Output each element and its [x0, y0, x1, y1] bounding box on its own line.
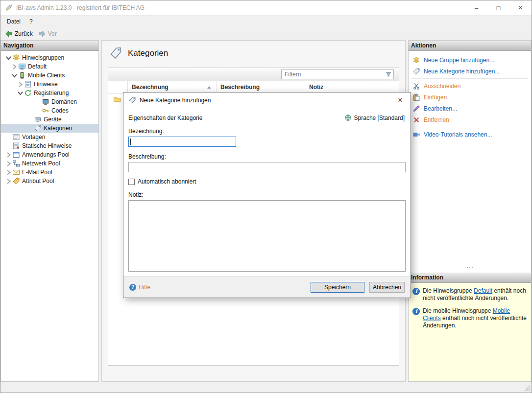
domain-monitor-icon	[42, 98, 49, 106]
tag-icon	[34, 124, 42, 132]
mobile-icon	[18, 71, 26, 79]
nav-item-geraete[interactable]: Geräte	[1, 115, 98, 124]
bezeichnung-label: Bezeichnung:	[128, 128, 405, 135]
notiz-textarea[interactable]	[128, 200, 406, 272]
column-header-notiz[interactable]: Notiz	[305, 81, 399, 93]
beschreibung-input[interactable]	[128, 162, 406, 172]
network-icon	[12, 160, 20, 167]
close-button[interactable]: ×	[509, 0, 532, 15]
action-neue-gruppe-hinzufuegen[interactable]: Neue Gruppe hinzufügen...	[409, 54, 531, 66]
chevron-down-icon[interactable]	[5, 54, 12, 62]
chevron-down-icon[interactable]	[17, 90, 24, 97]
column-header-bezeichnung[interactable]: Bezeichnung	[128, 81, 217, 93]
minimize-button[interactable]: –	[465, 0, 487, 15]
filter-icon[interactable]	[385, 71, 392, 78]
abonniert-checkbox-label: Automatisch abonniert	[138, 178, 196, 185]
nav-item-registrierung[interactable]: Registrierung	[1, 89, 98, 97]
resize-grip[interactable]	[524, 385, 530, 391]
nav-item-vorlagen[interactable]: Vorlagen	[1, 133, 98, 141]
default-group-link[interactable]: Default	[474, 287, 492, 294]
right-panel: Aktionen Neue Gruppe hinzufügen... Neue …	[408, 40, 532, 382]
tree-indent	[5, 142, 12, 150]
back-button[interactable]: Zurück	[3, 29, 36, 39]
tree-indent	[5, 134, 12, 141]
menubar: Datei ?	[0, 16, 532, 27]
computer-icon	[18, 63, 26, 70]
action-einfuegen[interactable]: Einfügen	[409, 92, 531, 103]
page-title: Kategorien	[128, 48, 168, 58]
filter-box	[281, 69, 394, 79]
nav-item-email-pool[interactable]: E-Mail Pool	[1, 168, 98, 177]
window-controls: – □ ×	[465, 0, 532, 15]
chevron-right-icon[interactable]	[17, 81, 24, 88]
dialog-close-button[interactable]: ×	[395, 96, 406, 105]
information-body: i Die Hinweisgruppe Default enthält noch…	[409, 283, 531, 381]
filter-input[interactable]	[281, 69, 394, 79]
action-entfernen[interactable]: Entfernen	[409, 114, 531, 125]
info-icon: i	[412, 288, 420, 295]
pencil-icon	[412, 105, 420, 113]
chevron-down-icon[interactable]	[11, 72, 18, 79]
key-icon	[42, 107, 49, 115]
help-link[interactable]: ? Hilfe	[129, 284, 150, 291]
globe-icon	[344, 114, 352, 121]
nav-item-mobile-clients[interactable]: Mobile Clients	[1, 71, 98, 80]
template-icon	[12, 133, 20, 141]
attribute-tag-icon	[12, 177, 20, 185]
section-label: Eigenschaften der Kategorie	[128, 115, 202, 121]
forward-arrow-icon	[38, 30, 46, 38]
nav-item-hinweisgruppen[interactable]: Hinweisgruppen	[1, 53, 98, 62]
info-icon: i	[412, 308, 420, 315]
cancel-button[interactable]: Abbrechen	[369, 282, 405, 293]
info-note-default: i Die Hinweisgruppe Default enthält noch…	[412, 287, 527, 302]
actions-separator	[411, 78, 528, 79]
action-bearbeiten[interactable]: Bearbeiten...	[409, 103, 531, 114]
mail-icon	[12, 168, 20, 176]
refresh-icon	[24, 89, 32, 97]
sort-asc-icon	[207, 86, 211, 89]
new-category-dialog: Neue Kategorie hinzufügen × Eigenschafte…	[123, 92, 411, 298]
dialog-section-row: Eigenschaften der Kategorie Sprache [Sta…	[128, 114, 405, 121]
nav-item-hinweise[interactable]: Hinweise	[1, 80, 98, 89]
app-window-icon	[12, 151, 20, 159]
nav-item-statische-hinweise[interactable]: Statische Hinweise	[1, 141, 98, 150]
action-video-tutorials[interactable]: Video-Tutorials ansehen...	[409, 129, 531, 140]
language-label: Sprache [Standard]	[354, 115, 405, 121]
menu-datei[interactable]: Datei	[2, 17, 25, 26]
titlebar: IBI-aws Admin 1.23.0 - registriert für I…	[0, 0, 532, 16]
nav-item-attribut-pool[interactable]: Attribut Pool	[1, 177, 98, 185]
chevron-right-icon[interactable]	[5, 160, 12, 167]
automatisch-abonniert-checkbox[interactable]	[128, 179, 135, 185]
menu-help[interactable]: ?	[25, 17, 37, 26]
column-header-beschreibung[interactable]: Beschreibung	[217, 81, 305, 93]
column-header-icon[interactable]	[108, 81, 128, 93]
chevron-right-icon[interactable]	[11, 63, 18, 70]
content-title-row: Kategorien	[102, 41, 405, 60]
help-icon: ?	[129, 284, 136, 291]
action-ausschneiden[interactable]: Ausschneiden	[409, 80, 531, 92]
new-category-icon	[412, 68, 420, 75]
chevron-right-icon[interactable]	[5, 151, 12, 159]
chevron-right-icon[interactable]	[5, 178, 12, 185]
remove-x-icon	[412, 116, 420, 124]
panel-splitter[interactable]	[409, 265, 531, 270]
forward-button[interactable]: Vor	[36, 29, 60, 39]
info-note-mobile-clients: i Die mobile Hinweisgruppe Mobile Client…	[412, 307, 527, 329]
tree-indent	[34, 98, 42, 106]
scissors-icon	[412, 82, 420, 90]
nav-item-netzwerk-pool[interactable]: Netzwerk Pool	[1, 159, 98, 168]
nav-item-domaenen[interactable]: Domänen	[1, 97, 98, 106]
save-button[interactable]: Speichern	[311, 282, 364, 293]
nav-item-anwendungs-pool[interactable]: Anwendungs Pool	[1, 150, 98, 159]
action-neue-kategorie-hinzufuegen[interactable]: Neue Kategorie hinzufügen...	[409, 66, 531, 77]
nav-item-kategorien[interactable]: Kategorien	[1, 124, 98, 133]
chevron-right-icon[interactable]	[5, 169, 12, 176]
bezeichnung-input[interactable]	[128, 137, 236, 147]
new-group-icon	[412, 56, 420, 64]
notiz-label: Notiz:	[128, 191, 405, 198]
nav-item-codes[interactable]: Codes	[1, 106, 98, 115]
language-selector[interactable]: Sprache [Standard]	[344, 114, 405, 121]
maximize-button[interactable]: □	[487, 0, 509, 15]
nav-item-default[interactable]: Default	[1, 62, 98, 71]
information-header: Information	[409, 273, 531, 283]
